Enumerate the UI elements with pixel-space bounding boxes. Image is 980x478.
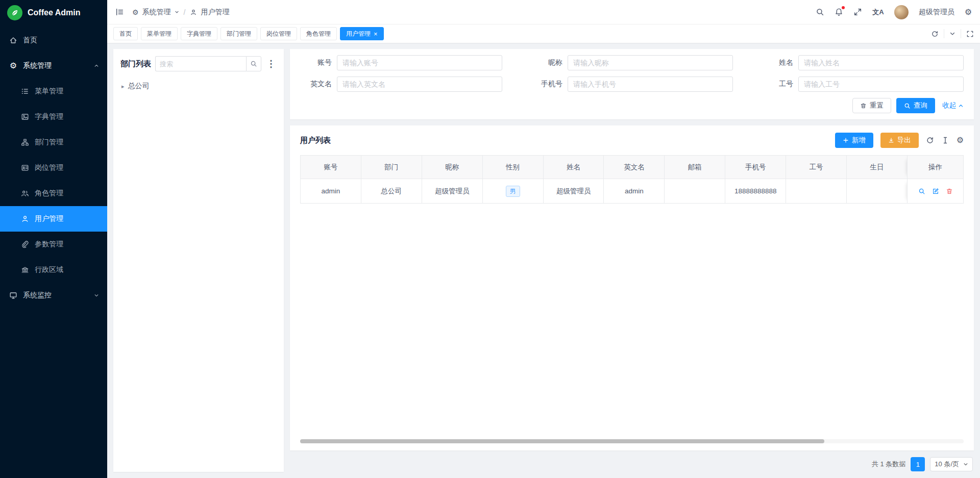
plus-icon: [843, 137, 849, 143]
tab-dict-management[interactable]: 字典管理: [181, 27, 217, 40]
sidebar-item-label: 角色管理: [35, 189, 63, 198]
tree-node-head-office[interactable]: ▸ 总公司: [120, 80, 277, 93]
export-button[interactable]: 导出: [880, 133, 919, 148]
column-header: 手机号: [725, 156, 786, 179]
department-search-button[interactable]: [246, 56, 261, 71]
cell-email: [665, 179, 725, 204]
work-id-input[interactable]: [798, 77, 964, 92]
page-size-select[interactable]: 10 条/页: [930, 457, 973, 471]
tab-label: 部门管理: [227, 30, 251, 38]
gender-tag: 男: [506, 186, 520, 197]
edit-icon[interactable]: [932, 188, 939, 195]
sidebar-item-user-management[interactable]: 用户管理: [0, 206, 107, 232]
refresh-icon[interactable]: [931, 30, 939, 38]
gear-icon: ⚙: [132, 9, 139, 16]
menu-fold-icon[interactable]: [115, 8, 124, 16]
table-toolbar: 新增 导出 ⚙: [835, 133, 964, 148]
search-icon[interactable]: [816, 8, 824, 16]
department-search: [155, 56, 261, 71]
collapse-toggle[interactable]: 收起: [942, 101, 964, 110]
field-account: 账号: [300, 55, 502, 70]
user-icon: [190, 9, 197, 16]
tab-home[interactable]: 首页: [113, 27, 138, 40]
roles-icon: [20, 189, 30, 197]
sidebar-item-label: 系统管理: [23, 61, 52, 70]
app-title: Coffee Admin: [28, 8, 80, 17]
sidebar-item-admin-region[interactable]: 行政区域: [0, 257, 107, 283]
username[interactable]: 超级管理员: [919, 8, 954, 17]
divider: [961, 29, 961, 38]
column-settings-icon[interactable]: [941, 136, 949, 144]
breadcrumb-system-management[interactable]: 系统管理: [142, 8, 171, 17]
fullscreen-icon[interactable]: [853, 8, 862, 16]
expand-content-icon[interactable]: [966, 30, 974, 38]
sidebar-item-param-management[interactable]: 参数管理: [0, 232, 107, 257]
sidebar-item-label: 用户管理: [35, 214, 63, 223]
view-icon[interactable]: [918, 188, 925, 195]
tab-role-management[interactable]: 角色管理: [300, 27, 337, 40]
department-search-input[interactable]: [155, 56, 246, 71]
tab-menu-management[interactable]: 菜单管理: [141, 27, 178, 40]
tab-dept-management[interactable]: 部门管理: [220, 27, 257, 40]
sidebar-item-dict-management[interactable]: 字典管理: [0, 104, 107, 130]
close-icon[interactable]: ×: [374, 31, 378, 37]
system-management-submenu: 菜单管理 字典管理 部门管理 岗位管理 角色管理 用户管理: [0, 79, 107, 283]
search-button[interactable]: 查询: [896, 98, 935, 113]
sidebar-item-label: 行政区域: [35, 265, 63, 274]
column-header: 昵称: [422, 156, 482, 179]
table-title: 用户列表: [300, 136, 331, 145]
chevron-down-icon: [94, 293, 99, 298]
sidebar-item-system-monitor[interactable]: 系统监控: [0, 283, 107, 308]
table-card-header: 用户列表 新增 导出 ⚙: [300, 133, 964, 148]
field-label: 手机号: [531, 80, 562, 89]
horizontal-scrollbar[interactable]: [300, 439, 824, 443]
cell-gender: 男: [482, 179, 543, 204]
delete-icon[interactable]: [946, 188, 953, 195]
settings-gear-icon[interactable]: ⚙: [965, 8, 972, 16]
paperclip-icon: [20, 240, 30, 248]
cell-name: 超级管理员: [543, 179, 604, 204]
refresh-icon[interactable]: [926, 136, 934, 144]
content: 部门列表 ⋮ ▸ 总公司 账号: [107, 43, 980, 478]
table-settings-gear-icon[interactable]: ⚙: [957, 136, 964, 144]
reset-button[interactable]: 重置: [852, 98, 891, 113]
notifications-bell-icon[interactable]: [835, 8, 843, 16]
name-input[interactable]: [798, 55, 964, 70]
translate-icon[interactable]: 文A: [872, 8, 884, 17]
avatar[interactable]: [894, 5, 909, 19]
field-label: 账号: [300, 58, 332, 67]
reset-button-label: 重置: [870, 101, 884, 110]
sidebar: Coffee Admin 首页 ⚙ 系统管理 菜单管理 字典管理 部门管理: [0, 0, 107, 478]
sidebar-item-home[interactable]: 首页: [0, 28, 107, 53]
more-vertical-icon[interactable]: ⋮: [265, 59, 277, 68]
tab-user-management[interactable]: 用户管理 ×: [340, 27, 384, 40]
horizontal-scrollbar-track: [300, 439, 964, 443]
phone-input[interactable]: [568, 77, 733, 92]
sidebar-item-dept-management[interactable]: 部门管理: [0, 130, 107, 155]
sidebar-item-post-management[interactable]: 岗位管理: [0, 155, 107, 181]
tree-node-label: 总公司: [128, 82, 150, 91]
tab-post-management[interactable]: 岗位管理: [260, 27, 297, 40]
page-button-1[interactable]: 1: [911, 457, 925, 471]
account-input[interactable]: [337, 55, 502, 70]
sidebar-item-label: 菜单管理: [35, 87, 63, 96]
sidebar-item-system-management[interactable]: ⚙ 系统管理: [0, 53, 107, 79]
nickname-input[interactable]: [568, 55, 733, 70]
app-logo[interactable]: Coffee Admin: [0, 0, 107, 26]
sidebar-item-menu-management[interactable]: 菜单管理: [0, 79, 107, 104]
field-name: 姓名: [762, 55, 964, 70]
chevron-down-icon[interactable]: [949, 31, 955, 37]
cell-work-id: [786, 179, 847, 204]
user-table: 账号 部门 昵称 性别 姓名 英文名 邮箱 手机号 工号 生日 操作: [300, 155, 964, 204]
english-name-input[interactable]: [337, 77, 502, 92]
breadcrumb-user-management: 用户管理: [201, 8, 229, 17]
cell-birthday: [847, 179, 908, 204]
add-button[interactable]: 新增: [835, 133, 873, 148]
tabbar: 首页 菜单管理 字典管理 部门管理 岗位管理 角色管理 用户管理 ×: [107, 24, 980, 43]
sidebar-item-role-management[interactable]: 角色管理: [0, 181, 107, 206]
post-card-icon: [20, 164, 30, 172]
bank-icon: [20, 266, 30, 274]
sidebar-item-label: 首页: [23, 36, 37, 45]
home-icon: [9, 36, 18, 44]
sidebar-item-label: 字典管理: [35, 112, 63, 121]
